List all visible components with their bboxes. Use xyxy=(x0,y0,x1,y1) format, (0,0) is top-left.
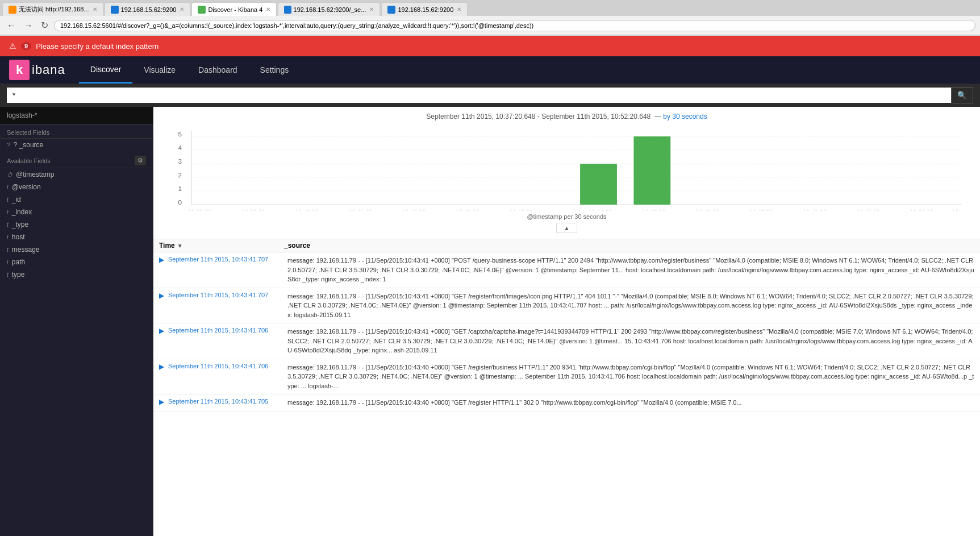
svg-text:1: 1 xyxy=(178,186,182,192)
app-nav: Discover Visualize Dashboard Settings xyxy=(79,56,300,84)
field-message[interactable]: t message xyxy=(0,243,153,256)
expand-btn-1[interactable]: ▶ xyxy=(159,256,165,264)
forward-button[interactable]: → xyxy=(22,19,35,32)
log-row-header-4[interactable]: ▶ September 11th 2015, 10:43:41.706 mess… xyxy=(153,359,980,394)
browser-chrome: 无法访问 http://192.168... ✕ 192.168.15.62:9… xyxy=(0,0,980,36)
time-column-header[interactable]: Time ▼ xyxy=(159,242,284,250)
svg-text:10:43:00: 10:43:00 xyxy=(456,209,479,210)
svg-text:10:43:00: 10:43:00 xyxy=(510,209,533,210)
kibana-text: ibana xyxy=(32,63,65,77)
chart-interval-link[interactable]: by 30 seconds xyxy=(663,113,707,121)
chart-collapse-button[interactable]: ▲ xyxy=(556,223,577,233)
available-fields-section: Available Fields ⚙ xyxy=(0,151,153,168)
tab-label-2: 192.168.15.62:9200 xyxy=(121,6,177,13)
field-version-label: @version xyxy=(12,183,41,191)
log-time-4: September 11th 2015, 10:43:41.706 xyxy=(168,363,287,369)
log-row-4: ▶ September 11th 2015, 10:43:41.706 mess… xyxy=(153,359,980,395)
svg-text:10:39:00: 10:39:00 xyxy=(241,209,265,210)
log-row-5: ▶ September 11th 2015, 10:43:41.705 mess… xyxy=(153,394,980,412)
field-type2-label: type xyxy=(12,271,25,279)
tab-label-1: 无法访问 http://192.168... xyxy=(19,5,89,14)
tab-close-3[interactable]: ✕ xyxy=(266,6,270,13)
bar-10-43[interactable] xyxy=(580,164,617,205)
field-message-label: message xyxy=(12,246,40,254)
type-icon: t xyxy=(7,222,9,228)
field-version[interactable]: t @version xyxy=(0,181,153,193)
log-row-header-3[interactable]: ▶ September 11th 2015, 10:43:41.706 mess… xyxy=(153,323,980,359)
source-column-header: _source xyxy=(284,242,974,250)
svg-text:4: 4 xyxy=(178,145,182,151)
tab-close-4[interactable]: ✕ xyxy=(369,6,374,13)
alert-message: Please specify a default index pattern xyxy=(36,42,159,51)
field-timestamp-label: @timestamp xyxy=(16,171,55,178)
address-input[interactable] xyxy=(54,20,975,31)
field-type-field[interactable]: t _type xyxy=(0,218,153,231)
expand-btn-5[interactable]: ▶ xyxy=(159,398,165,406)
svg-text:0: 0 xyxy=(178,200,182,206)
tab-3[interactable]: Discover - Kibana 4 ✕ xyxy=(191,2,277,16)
expand-btn-4[interactable]: ▶ xyxy=(159,363,165,371)
field-type[interactable]: t type xyxy=(0,268,153,281)
svg-text:3: 3 xyxy=(178,159,182,165)
type2-icon: t xyxy=(7,272,9,278)
tab-close-1[interactable]: ✕ xyxy=(93,6,97,13)
expand-btn-3[interactable]: ▶ xyxy=(159,327,165,335)
field-id[interactable]: t _id xyxy=(0,193,153,206)
tab-label-3: Discover - Kibana 4 xyxy=(208,6,262,13)
field-type-label: _type xyxy=(12,221,28,228)
log-row-header-1[interactable]: ▶ September 11th 2015, 10:43:41.707 mess… xyxy=(153,252,980,288)
nav-discover[interactable]: Discover xyxy=(79,56,132,84)
log-row-header-5[interactable]: ▶ September 11th 2015, 10:43:41.705 mess… xyxy=(153,394,980,411)
timestamp-icon: ⏱ xyxy=(7,172,12,178)
log-row-2: ▶ September 11th 2015, 10:43:41.707 mess… xyxy=(153,288,980,324)
tab-favicon-2 xyxy=(111,6,119,14)
tab-5[interactable]: 192.168.15.62:9200 ✕ xyxy=(381,2,468,16)
svg-text:10:38:00: 10:38:00 xyxy=(188,209,212,210)
sidebar-gear-button[interactable]: ⚙ xyxy=(135,156,146,165)
nav-visualize[interactable]: Visualize xyxy=(132,56,187,84)
expand-btn-2[interactable]: ▶ xyxy=(159,292,165,300)
tab-close-2[interactable]: ✕ xyxy=(180,6,184,13)
tab-close-5[interactable]: ✕ xyxy=(457,6,461,13)
nav-dashboard[interactable]: Dashboard xyxy=(187,56,249,84)
log-content-2: message: 192.168.11.79 - - [11/Sep/2015:… xyxy=(287,292,974,320)
kibana-logo: k ibana xyxy=(0,60,74,80)
path-icon: t xyxy=(7,259,9,265)
reload-button[interactable]: ↻ xyxy=(39,19,51,32)
source-field-icon: ? xyxy=(7,142,10,148)
field-index[interactable]: t _index xyxy=(0,206,153,218)
field-host[interactable]: t host xyxy=(0,231,153,243)
svg-text:10:44:00: 10:44:00 xyxy=(589,209,612,210)
svg-text:10:45:00: 10:45:00 xyxy=(642,209,666,210)
tab-2[interactable]: 192.168.15.62:9200 ✕ xyxy=(105,2,191,16)
svg-text:10:49:00: 10:49:00 xyxy=(856,209,880,210)
log-content-4: message: 192.168.11.79 - - [11/Sep/2015:… xyxy=(287,363,974,391)
log-time-1: September 11th 2015, 10:43:41.707 xyxy=(168,256,287,263)
log-row-1: ▶ September 11th 2015, 10:43:41.707 mess… xyxy=(153,252,980,288)
chart-container: 0 1 2 3 4 5 xyxy=(165,125,969,222)
version-icon: t xyxy=(7,184,9,190)
tab-1[interactable]: 无法访问 http://192.168... ✕ xyxy=(2,2,103,16)
chart-collapse-area: ▲ xyxy=(165,223,969,233)
bar-10-44[interactable] xyxy=(633,136,670,205)
search-button[interactable]: 🔍 xyxy=(951,87,973,103)
field-timestamp[interactable]: ⏱ @timestamp xyxy=(0,168,153,181)
app-header: k ibana Discover Visualize Dashboard Set… xyxy=(0,56,980,84)
chart-footer: @timestamp per 30 seconds xyxy=(165,213,969,220)
sort-icon: ▼ xyxy=(177,243,183,249)
field-path[interactable]: t path xyxy=(0,256,153,268)
log-content-3: message: 192.168.11.79 - - [11/Sep/2015:… xyxy=(287,327,974,355)
address-bar: ← → ↻ xyxy=(0,16,980,35)
svg-text:10:41:00: 10:41:00 xyxy=(349,209,373,210)
svg-text:2: 2 xyxy=(178,172,182,178)
search-input[interactable] xyxy=(7,88,951,103)
selected-fields-section: Selected Fields xyxy=(0,124,153,139)
log-row-header-2[interactable]: ▶ September 11th 2015, 10:43:41.707 mess… xyxy=(153,288,980,323)
source-field[interactable]: ? ? _source xyxy=(0,139,153,151)
alert-number: 9 xyxy=(21,42,31,50)
log-time-3: September 11th 2015, 10:43:41.706 xyxy=(168,327,287,334)
tab-4[interactable]: 192.168.15.62:9200/_se... ✕ xyxy=(278,2,380,16)
nav-settings[interactable]: Settings xyxy=(249,56,301,84)
back-button[interactable]: ← xyxy=(5,19,18,32)
results-area: Time ▼ _source ▶ September 11th 2015, 10… xyxy=(153,239,980,536)
